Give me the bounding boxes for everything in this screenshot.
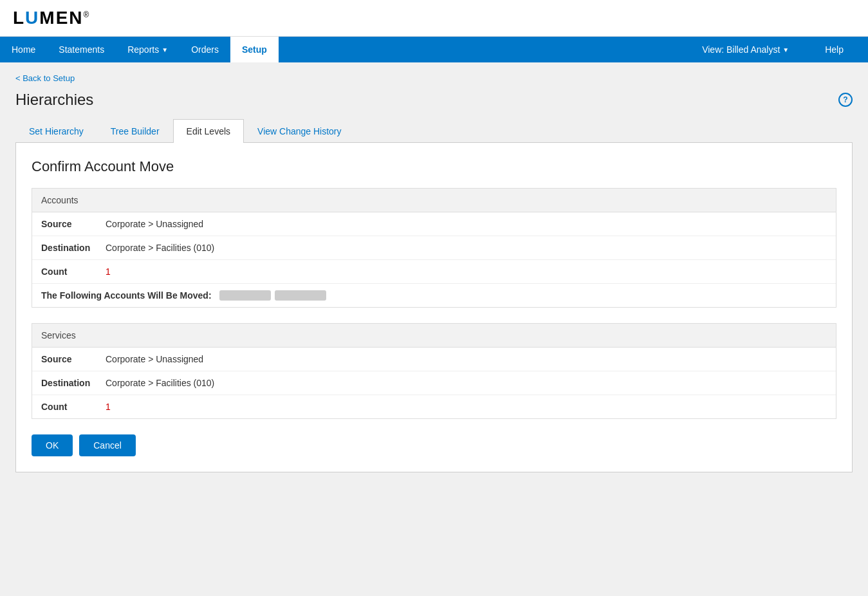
services-count-label: Count [41, 402, 106, 412]
tab-edit-levels[interactable]: Edit Levels [173, 119, 244, 143]
button-row: OK Cancel [32, 434, 836, 456]
help-circle-icon[interactable]: ? [838, 93, 853, 107]
accounts-source-row: Source Corporate > Unassigned [32, 212, 836, 236]
nav-home[interactable]: Home [0, 37, 47, 62]
confirm-title: Confirm Account Move [32, 158, 836, 175]
accounts-count-value: 1 [106, 266, 111, 277]
accounts-section-header: Accounts [32, 189, 836, 212]
accounts-destination-row: Destination Corporate > Facilities (010) [32, 236, 836, 260]
accounts-source-value: Corporate > Unassigned [106, 219, 203, 229]
accounts-destination-label: Destination [41, 243, 106, 253]
accounts-count-row: Count 1 [32, 260, 836, 284]
nav-right: View: Billed Analyst ▼ Help [690, 37, 868, 62]
top-header: LUMEN® [0, 0, 868, 37]
tab-tree-builder[interactable]: Tree Builder [97, 119, 173, 143]
nav-setup[interactable]: Setup [230, 37, 279, 62]
reports-dropdown-arrow: ▼ [162, 46, 168, 53]
back-to-setup-link[interactable]: < Back to Setup [15, 73, 75, 83]
page-title: Hierarchies [15, 91, 93, 109]
accounts-following-label: The Following Accounts Will Be Moved: [41, 290, 212, 301]
accounts-blurred-value [219, 290, 271, 301]
services-destination-label: Destination [41, 378, 106, 388]
nav-help[interactable]: Help [813, 37, 855, 62]
main-nav: Home Statements Reports ▼ Orders Setup V… [0, 37, 868, 62]
view-dropdown-arrow: ▼ [782, 46, 789, 53]
ok-button[interactable]: OK [32, 434, 73, 456]
tab-view-change-history[interactable]: View Change History [244, 119, 355, 143]
services-section-header: Services [32, 324, 836, 348]
content-area: < Back to Setup Hierarchies ? Set Hierar… [0, 62, 868, 483]
nav-left: Home Statements Reports ▼ Orders Setup [0, 37, 690, 62]
nav-reports[interactable]: Reports ▼ [116, 37, 180, 62]
services-source-label: Source [41, 354, 106, 364]
tab-set-hierarchy[interactable]: Set Hierarchy [15, 119, 97, 143]
main-card: Confirm Account Move Accounts Source Cor… [15, 143, 853, 472]
accounts-blurred-value-2 [275, 290, 326, 301]
nav-view-billed-analyst[interactable]: View: Billed Analyst ▼ [690, 37, 800, 62]
cancel-button[interactable]: Cancel [79, 434, 136, 456]
services-source-value: Corporate > Unassigned [106, 354, 203, 364]
accounts-section: Accounts Source Corporate > Unassigned D… [32, 188, 836, 308]
accounts-following-row: The Following Accounts Will Be Moved: [32, 284, 836, 307]
services-count-value: 1 [106, 402, 111, 412]
services-source-row: Source Corporate > Unassigned [32, 348, 836, 371]
accounts-count-label: Count [41, 266, 106, 277]
logo: LUMEN® [13, 8, 855, 28]
nav-statements[interactable]: Statements [47, 37, 116, 62]
accounts-source-label: Source [41, 219, 106, 229]
services-destination-row: Destination Corporate > Facilities (010) [32, 371, 836, 395]
accounts-destination-value: Corporate > Facilities (010) [106, 243, 214, 253]
services-count-row: Count 1 [32, 395, 836, 418]
services-destination-value: Corporate > Facilities (010) [106, 378, 214, 388]
services-section: Services Source Corporate > Unassigned D… [32, 323, 836, 419]
tabs: Set Hierarchy Tree Builder Edit Levels V… [15, 119, 853, 143]
page-title-row: Hierarchies ? [15, 91, 853, 109]
nav-orders[interactable]: Orders [180, 37, 230, 62]
